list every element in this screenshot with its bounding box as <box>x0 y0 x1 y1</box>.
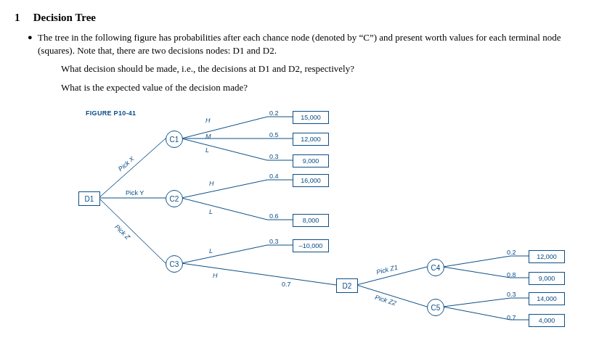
prob-c1-l: 0.3 <box>269 153 279 160</box>
chance-node-c4: C4 <box>427 259 444 276</box>
section-number: 1 <box>15 12 30 24</box>
branch-c3-l: L <box>209 247 213 255</box>
svg-line-7 <box>182 198 267 220</box>
terminal-4: 16,000 <box>293 174 329 187</box>
svg-line-15 <box>443 307 510 320</box>
prob-c5-b: 0.7 <box>507 314 516 321</box>
prob-c4-a: 0.2 <box>507 249 516 256</box>
chance-node-c1: C1 <box>166 131 183 148</box>
chance-node-c2: C2 <box>166 190 183 207</box>
terminal-8: 9,000 <box>529 272 565 285</box>
section-heading: 1 Decision Tree <box>15 12 590 24</box>
decision-node-d1: D1 <box>78 191 100 206</box>
prob-c3-l: 0.3 <box>269 238 279 245</box>
svg-line-12 <box>443 256 510 267</box>
intro-text: The tree in the following figure has pro… <box>38 31 590 57</box>
prob-c5-a: 0.3 <box>507 291 516 298</box>
chance-node-c3: C3 <box>166 255 183 273</box>
question-2: What is the expected value of the decisi… <box>61 81 590 94</box>
problem-statement: ● The tree in the following figure has p… <box>38 31 590 94</box>
decision-tree-figure: FIGURE P10-41 <box>49 104 572 343</box>
terminal-9: 14,000 <box>529 292 565 305</box>
branch-c1-m: M <box>205 133 211 140</box>
branch-c3-h: H <box>213 272 218 279</box>
branch-c1-h: H <box>205 117 211 124</box>
terminal-7: 12,000 <box>529 250 565 263</box>
prob-c1-m: 0.5 <box>269 131 279 138</box>
branch-c2-h: H <box>209 180 214 187</box>
svg-line-6 <box>182 180 267 198</box>
svg-line-13 <box>443 267 510 278</box>
terminal-6: –10,000 <box>293 239 329 252</box>
terminal-3: 9,000 <box>293 154 329 167</box>
question-1: What decision should be made, i.e., the … <box>61 62 590 75</box>
branch-c1-l: L <box>205 146 209 154</box>
terminal-1: 15,000 <box>293 111 329 124</box>
terminal-5: 8,000 <box>293 214 329 227</box>
svg-line-9 <box>182 263 336 285</box>
section-title: Decision Tree <box>33 12 96 23</box>
bullet-icon: ● <box>28 33 33 41</box>
prob-c1-h: 0.2 <box>269 109 279 117</box>
prob-c2-l: 0.6 <box>269 212 279 220</box>
branch-c2-l: L <box>209 208 213 215</box>
prob-c4-b: 0.8 <box>507 271 516 278</box>
decision-node-d2: D2 <box>336 278 358 293</box>
svg-line-5 <box>182 138 267 160</box>
terminal-2: 12,000 <box>293 133 329 146</box>
terminal-10: 4,000 <box>529 314 565 327</box>
chance-node-c5: C5 <box>427 299 444 316</box>
branch-pick-y: Pick Y <box>126 189 144 197</box>
svg-line-3 <box>182 117 267 138</box>
svg-line-2 <box>99 198 166 263</box>
prob-c2-h: 0.4 <box>269 173 279 180</box>
svg-line-8 <box>182 245 267 263</box>
svg-line-14 <box>443 298 510 307</box>
prob-c3-h: 0.7 <box>282 281 291 288</box>
